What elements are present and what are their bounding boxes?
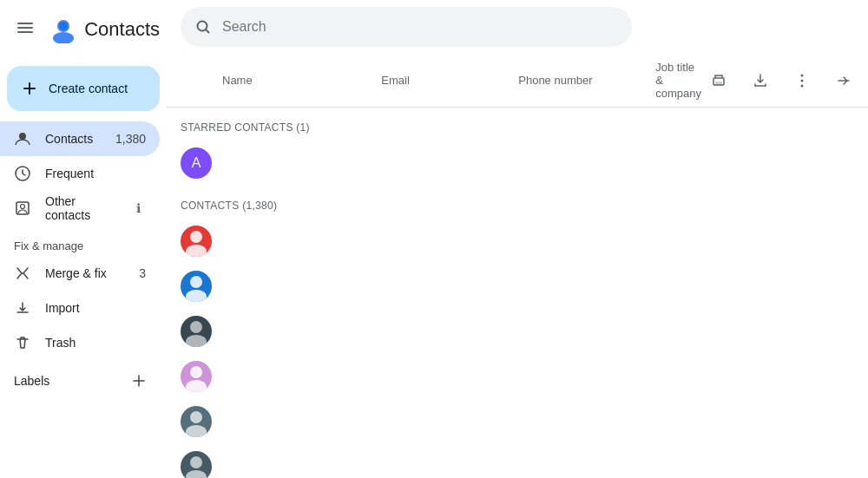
table-row[interactable] [167, 264, 868, 309]
svg-point-4 [53, 32, 74, 43]
svg-point-25 [186, 425, 207, 437]
table-row[interactable] [167, 354, 868, 399]
export-button[interactable] [743, 63, 778, 98]
sidebar: Contacts Create contact Contacts 1,380 [0, 0, 167, 478]
app-logo: Contacts [49, 16, 160, 43]
contacts-section-label: CONTACTS (1,380) [167, 186, 868, 219]
main-content: Name Email Phone number Job title & comp… [167, 0, 868, 478]
add-label-button[interactable] [125, 367, 153, 395]
search-bar [181, 7, 632, 47]
app-logo-icon [49, 16, 77, 43]
contacts-list: STARRED CONTACTS (1) A CONTACTS (1,380) [167, 108, 868, 478]
merge-fix-count: 3 [139, 266, 146, 280]
search-input[interactable] [222, 19, 618, 35]
nav-section-fix-manage: Fix & manage Merge & fix 3 Import [0, 229, 167, 360]
table-actions [701, 63, 868, 98]
svg-point-27 [186, 470, 207, 478]
svg-point-22 [190, 366, 202, 378]
import-label: Import [45, 301, 146, 315]
create-contact-label: Create contact [49, 82, 128, 95]
avatar [181, 406, 212, 437]
avatar [181, 316, 212, 347]
labels-title: Labels [14, 374, 125, 388]
avatar: A [181, 147, 212, 179]
menu-bar: Contacts [0, 7, 167, 59]
table-row[interactable] [167, 219, 868, 264]
merge-fix-icon [14, 265, 31, 282]
svg-point-16 [190, 231, 202, 243]
frequent-icon [14, 165, 31, 182]
svg-point-15 [801, 84, 804, 87]
table-row[interactable] [167, 399, 868, 444]
starred-contact-row[interactable]: A [167, 141, 868, 186]
sidebar-item-frequent[interactable]: Frequent [0, 156, 160, 191]
sidebar-item-contacts[interactable]: Contacts 1,380 [0, 121, 160, 156]
table-row[interactable] [167, 309, 868, 354]
import-icon [14, 299, 31, 317]
plus-icon [21, 80, 38, 97]
svg-point-5 [59, 22, 68, 30]
menu-button[interactable] [14, 10, 36, 45]
svg-point-17 [186, 245, 207, 257]
col-phone-header: Phone number [518, 74, 655, 87]
frequent-label: Frequent [45, 167, 146, 180]
print-button[interactable] [701, 63, 736, 98]
app-title: Contacts [84, 18, 160, 41]
sidebar-item-merge-fix[interactable]: Merge & fix 3 [0, 256, 160, 291]
merge-fix-label: Merge & fix [45, 266, 125, 280]
avatar [181, 271, 212, 302]
avatar [181, 361, 212, 392]
svg-point-26 [190, 456, 202, 468]
col-job-header: Job title & company [655, 61, 701, 100]
other-contacts-icon [14, 200, 31, 217]
svg-point-19 [186, 290, 207, 302]
svg-point-20 [190, 321, 202, 333]
svg-rect-12 [715, 82, 722, 85]
create-contact-button[interactable]: Create contact [7, 66, 160, 111]
contacts-count: 1,380 [115, 132, 146, 146]
svg-point-23 [186, 380, 207, 392]
more-options-button[interactable] [785, 63, 819, 98]
other-contacts-label: Other contacts [45, 194, 116, 222]
svg-point-6 [19, 133, 26, 140]
trash-label: Trash [45, 336, 146, 350]
table-row[interactable] [167, 444, 868, 478]
nav-section-main: Contacts 1,380 Frequent Other c [0, 121, 167, 226]
svg-point-21 [186, 335, 207, 347]
avatar [181, 226, 212, 257]
sidebar-item-import[interactable]: Import [0, 291, 160, 325]
trash-icon [14, 334, 31, 351]
svg-point-24 [190, 411, 202, 423]
col-name-header: Name [181, 74, 381, 87]
svg-rect-2 [17, 31, 33, 33]
svg-point-18 [190, 276, 202, 288]
starred-section-label: STARRED CONTACTS (1) [167, 108, 868, 141]
svg-rect-1 [17, 27, 33, 29]
contacts-icon [14, 130, 31, 147]
search-icon [194, 18, 212, 36]
svg-rect-0 [17, 23, 33, 24]
svg-point-14 [801, 79, 804, 82]
fix-manage-header: Fix & manage [0, 229, 167, 256]
contacts-label: Contacts [45, 132, 102, 146]
avatar [181, 451, 212, 478]
col-email-header: Email [381, 74, 518, 87]
svg-point-9 [21, 205, 25, 209]
table-header: Name Email Phone number Job title & comp… [167, 54, 868, 108]
svg-point-13 [801, 74, 804, 76]
other-contacts-info-icon[interactable]: ℹ [130, 200, 146, 216]
search-bar-container [167, 0, 868, 54]
labels-section: Labels [0, 360, 167, 398]
expand-button[interactable] [826, 63, 861, 98]
sidebar-item-other-contacts[interactable]: Other contacts ℹ [0, 191, 160, 226]
sidebar-item-trash[interactable]: Trash [0, 325, 160, 360]
